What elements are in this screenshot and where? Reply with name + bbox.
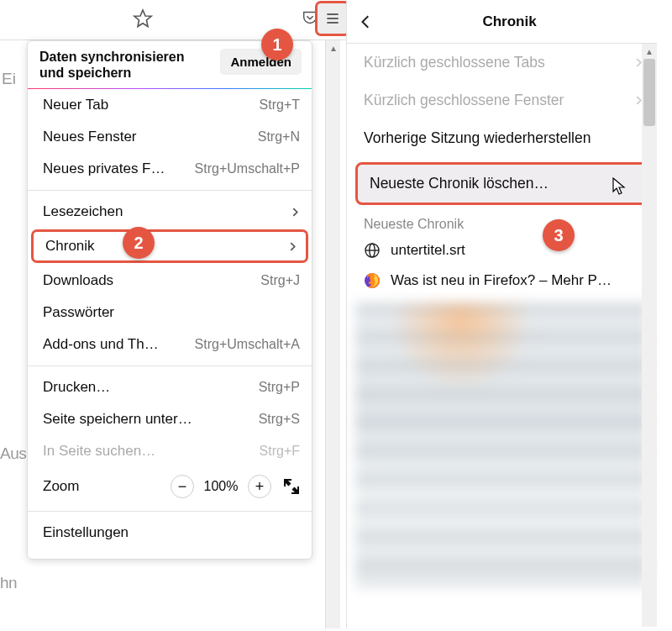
callout-badge-3: 3 — [543, 219, 575, 251]
content-scrollbar[interactable]: ▲ — [325, 40, 340, 628]
sync-label: Daten synchronisieren und speichern — [39, 49, 207, 81]
menu-item-label: Neuer Tab — [43, 97, 108, 113]
bookmark-star-icon[interactable] — [133, 8, 153, 29]
separator — [28, 190, 312, 191]
menu-item-save-page[interactable]: Seite speichern unter… Strg+S — [28, 403, 312, 435]
history-panel: Chronik Kürzlich geschlossene Tabs Kürzl… — [346, 0, 657, 628]
zoom-value: 100% — [202, 479, 239, 494]
menu-item-label: Kürzlich geschlossene Tabs — [364, 54, 545, 71]
history-entry[interactable]: Was ist neu in Firefox? – Mehr P… — [347, 266, 657, 296]
menu-item-find-in-page: In Seite suchen… Strg+F — [28, 435, 312, 467]
callout-badge-1: 1 — [261, 29, 293, 60]
menu-item-shortcut: Strg+S — [259, 412, 300, 427]
menu-item-label: Downloads — [43, 272, 113, 289]
scrollbar-thumb[interactable] — [643, 59, 655, 126]
menu-item-print[interactable]: Drucken… Strg+P — [28, 371, 312, 403]
menu-item-shortcut: Strg+N — [258, 129, 300, 145]
menu-item-label: Vorherige Sitzung wiederherstellen — [364, 129, 591, 147]
menu-item-label: Neues Fenster — [43, 129, 137, 145]
globe-icon — [364, 242, 381, 259]
menu-item-label: Neueste Chronik löschen… — [370, 175, 549, 192]
menu-item-label: In Seite suchen… — [43, 443, 155, 460]
menu-item-label: Kürzlich geschlossene Fenster — [364, 92, 564, 109]
history-entry[interactable]: untertitel.srt — [347, 235, 657, 266]
mouse-cursor-icon — [612, 177, 627, 196]
history-panel-header: Chronik — [347, 0, 657, 44]
app-menu-panel: Daten synchronisieren und speichern Anme… — [27, 40, 312, 560]
svg-marker-0 — [134, 10, 151, 27]
scroll-up-arrow-icon[interactable]: ▲ — [326, 40, 341, 55]
menu-item-shortcut: Strg+P — [259, 380, 300, 395]
separator — [28, 365, 312, 366]
background-text-hn: hn — [0, 574, 17, 592]
menu-item-label: Einstellungen — [43, 524, 129, 541]
menu-item-label: Passwörter — [43, 304, 114, 321]
history-recently-closed-windows: Kürzlich geschlossene Fenster — [347, 82, 657, 119]
blurred-history-area — [355, 302, 648, 588]
menu-item-history[interactable]: Chronik — [31, 229, 308, 263]
scroll-up-arrow-icon[interactable]: ▲ — [642, 44, 657, 59]
chevron-right-icon — [288, 242, 297, 251]
zoom-in-button[interactable]: + — [248, 475, 271, 498]
menu-item-zoom: Zoom − 100% + — [28, 467, 312, 506]
menu-item-new-private-window[interactable]: Neues privates F… Strg+Umschalt+P — [28, 153, 312, 185]
history-panel-title: Chronik — [374, 13, 645, 30]
history-recently-closed-tabs: Kürzlich geschlossene Tabs — [347, 44, 657, 82]
zoom-out-button[interactable]: − — [171, 475, 194, 498]
menu-item-shortcut: Strg+Umschalt+A — [195, 337, 300, 352]
menu-item-shortcut: Strg+F — [260, 444, 300, 459]
menu-item-label: Seite speichern unter… — [43, 411, 192, 428]
zoom-label: Zoom — [43, 478, 162, 495]
fullscreen-icon[interactable] — [283, 478, 300, 495]
hamburger-menu-button[interactable] — [315, 1, 350, 36]
menu-item-label: Add-ons und Th… — [43, 336, 159, 353]
menu-item-bookmarks[interactable]: Lesezeichen — [28, 196, 312, 228]
menu-item-settings[interactable]: Einstellungen — [28, 517, 312, 549]
menu-item-shortcut: Strg+J — [260, 273, 300, 288]
background-text-aus: Aus — [0, 444, 26, 463]
history-panel-scrollbar[interactable]: ▲ — [642, 44, 657, 627]
menu-item-new-window[interactable]: Neues Fenster Strg+N — [28, 121, 312, 153]
menu-item-label: Chronik — [45, 238, 95, 255]
back-button[interactable] — [359, 14, 374, 29]
chevron-right-icon — [291, 208, 300, 217]
menu-item-passwords[interactable]: Passwörter — [28, 297, 312, 329]
history-entry-label: Was ist neu in Firefox? – Mehr P… — [391, 272, 612, 289]
menu-item-label: Lesezeichen — [43, 203, 123, 220]
toolbar — [0, 0, 353, 40]
history-entry-label: untertitel.srt — [391, 242, 465, 259]
firefox-icon — [364, 272, 381, 289]
callout-badge-2: 2 — [123, 227, 155, 259]
menu-item-shortcut: Strg+Umschalt+P — [195, 161, 300, 176]
menu-item-downloads[interactable]: Downloads Strg+J — [28, 265, 312, 297]
menu-item-label: Neues privates F… — [43, 160, 165, 177]
menu-item-label: Drucken… — [43, 379, 110, 396]
menu-item-addons[interactable]: Add-ons und Th… Strg+Umschalt+A — [28, 329, 312, 360]
history-clear-recent[interactable]: Neueste Chronik löschen… — [355, 162, 648, 205]
history-section-label: Neueste Chronik — [347, 208, 657, 235]
separator — [28, 511, 312, 512]
menu-item-new-tab[interactable]: Neuer Tab Strg+T — [28, 89, 312, 121]
history-restore-session[interactable]: Vorherige Sitzung wiederherstellen — [347, 119, 657, 157]
menu-item-shortcut: Strg+T — [260, 97, 300, 113]
background-text-ei: Ei — [2, 70, 16, 88]
